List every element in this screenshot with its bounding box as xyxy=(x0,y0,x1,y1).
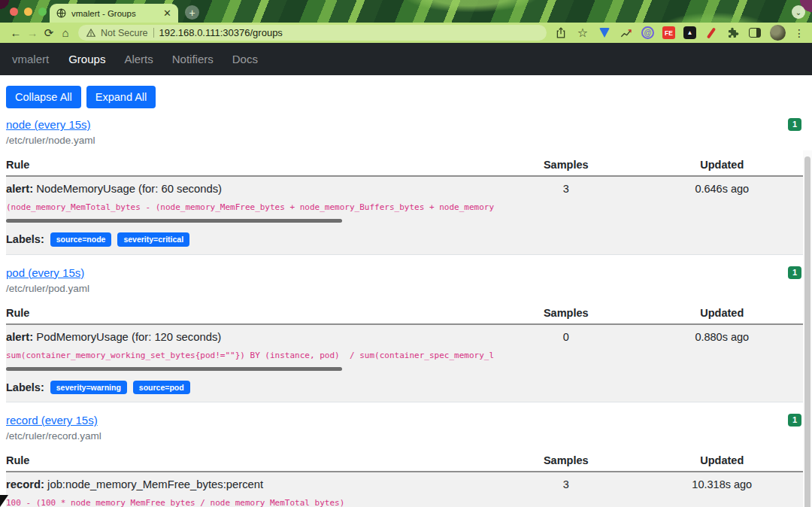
group-rule-count-badge: 1 xyxy=(788,414,801,427)
column-header-rule: Rule xyxy=(6,156,494,176)
address-bar[interactable]: Not Secure 192.168.0.111:30376/groups xyxy=(78,25,547,41)
tab-search-chevron-icon[interactable]: ⌄ xyxy=(792,5,805,19)
reload-icon[interactable]: ⟳ xyxy=(41,26,57,40)
updated-value: 0.646s ago xyxy=(638,176,806,254)
nav-item-alerts[interactable]: Alerts xyxy=(118,53,159,65)
collapse-expand-toolbar: Collapse All Expand All xyxy=(6,86,806,108)
not-secure-label[interactable]: Not Secure xyxy=(101,28,148,38)
page-content: Collapse All Expand All node (every 15s)… xyxy=(0,75,812,507)
rules-table: Rule Samples Updated alert: NodeMemoryUs… xyxy=(6,156,806,255)
browser-tab[interactable]: vmalert - Groups ✕ xyxy=(50,4,178,23)
browser-action-icons: ☆ @ FE ▲ ⋮ xyxy=(554,25,804,41)
forward-icon[interactable]: → xyxy=(24,26,41,39)
ext-triangle-icon[interactable]: ▲ xyxy=(683,26,696,39)
window-close-button[interactable] xyxy=(10,8,18,16)
labels-row: Labels: source=node severity=critical xyxy=(6,232,494,247)
rule-group-record: record (every 15s) /etc/ruler/record.yam… xyxy=(6,414,806,507)
globe-icon xyxy=(56,8,66,18)
column-header-samples: Samples xyxy=(494,451,638,472)
page-scrollbar-thumb[interactable] xyxy=(804,156,810,507)
rules-table: Rule Samples Updated record: job:node_me… xyxy=(6,451,806,507)
nav-item-notifiers[interactable]: Notifiers xyxy=(166,53,220,65)
labels-caption: Labels: xyxy=(6,381,44,393)
code-horizontal-scrollbar[interactable] xyxy=(6,219,342,223)
rule-title: record: job:node_memory_MemFree_bytes:pe… xyxy=(6,478,494,490)
labels-caption: Labels: xyxy=(6,233,44,245)
app-navbar: vmalert Groups Alerts Notifiers Docs xyxy=(0,43,812,75)
nav-item-docs[interactable]: Docs xyxy=(226,53,264,65)
nav-item-groups[interactable]: Groups xyxy=(62,53,111,65)
samples-value: 3 xyxy=(494,176,638,254)
updated-value: 0.880s ago xyxy=(638,324,806,402)
bookmark-star-icon[interactable]: ☆ xyxy=(576,26,589,40)
table-row[interactable]: alert: PodMemoryUsage (for: 120 seconds)… xyxy=(6,324,806,402)
column-header-updated: Updated xyxy=(638,304,806,324)
column-header-updated: Updated xyxy=(638,156,806,176)
extensions-puzzle-icon[interactable] xyxy=(726,26,740,40)
page-scrollbar[interactable] xyxy=(803,150,812,507)
column-header-rule: Rule xyxy=(6,304,494,324)
expand-all-button[interactable]: Expand All xyxy=(86,86,156,108)
address-divider xyxy=(153,28,154,38)
table-row[interactable]: alert: NodeMemoryUsage (for: 60 seconds)… xyxy=(6,176,806,254)
home-icon[interactable]: ⌂ xyxy=(57,26,74,39)
rule-title: alert: NodeMemoryUsage (for: 60 seconds) xyxy=(6,183,494,195)
ext-v-icon[interactable] xyxy=(598,26,611,40)
group-link-pod[interactable]: pod (every 15s) xyxy=(6,266,84,279)
rule-title: alert: PodMemoryUsage (for: 120 seconds) xyxy=(6,331,494,343)
table-row[interactable]: record: job:node_memory_MemFree_bytes:pe… xyxy=(6,472,806,507)
rule-expression: sum(container_memory_working_set_bytes{p… xyxy=(6,351,494,360)
mouse-cursor xyxy=(0,495,8,507)
group-link-node[interactable]: node (every 15s) xyxy=(6,118,91,131)
column-header-updated: Updated xyxy=(638,451,806,472)
browser-toolbar: ← → ⟳ ⌂ Not Secure 192.168.0.111:30376/g… xyxy=(0,23,812,43)
group-file-path: /etc/ruler/record.yaml xyxy=(6,430,102,442)
ext-fe-icon[interactable]: FE xyxy=(662,26,675,39)
samples-value: 0 xyxy=(494,324,638,402)
profile-avatar[interactable] xyxy=(770,25,786,41)
group-rule-count-badge: 1 xyxy=(788,266,801,279)
column-header-samples: Samples xyxy=(494,304,638,324)
rule-expression: (node_memory_MemTotal_bytes - (node_memo… xyxy=(6,202,494,212)
code-horizontal-scrollbar[interactable] xyxy=(6,367,342,371)
group-link-record[interactable]: record (every 15s) xyxy=(6,414,98,427)
navbar-brand[interactable]: vmalert xyxy=(12,53,49,65)
label-badge: severity=critical xyxy=(117,232,189,247)
ext-at-icon[interactable]: @ xyxy=(641,26,654,39)
browser-tab-strip: vmalert - Groups ✕ + ⌄ xyxy=(0,0,812,23)
side-panel-icon[interactable] xyxy=(748,26,762,40)
window-minimize-button[interactable] xyxy=(24,8,32,16)
ext-pen-icon[interactable] xyxy=(704,26,718,40)
url-text[interactable]: 192.168.0.111:30376/groups xyxy=(159,27,283,38)
tab-close-icon[interactable]: ✕ xyxy=(163,8,171,18)
rules-table: Rule Samples Updated alert: PodMemoryUsa… xyxy=(6,304,806,403)
browser-menu-icon[interactable]: ⋮ xyxy=(794,27,804,39)
back-icon[interactable]: ← xyxy=(8,26,24,39)
group-file-path: /etc/ruler/node.yaml xyxy=(6,135,95,146)
window-controls xyxy=(10,8,47,16)
not-secure-warning-icon xyxy=(86,29,95,37)
new-tab-button[interactable]: + xyxy=(185,5,199,20)
tab-title: vmalert - Groups xyxy=(71,9,158,18)
group-file-path: /etc/ruler/pod.yaml xyxy=(6,283,89,294)
rule-group-pod: pod (every 15s) /etc/ruler/pod.yaml 1 Ru… xyxy=(6,266,806,403)
label-badge: severity=warning xyxy=(50,381,127,395)
column-header-samples: Samples xyxy=(494,156,638,176)
collapse-all-button[interactable]: Collapse All xyxy=(6,86,81,108)
labels-row: Labels: severity=warning source=pod xyxy=(6,381,494,395)
rule-expression: 100 - (100 * node_memory_MemFree_bytes /… xyxy=(6,498,494,507)
window-zoom-button[interactable] xyxy=(38,8,47,16)
label-badge: source=pod xyxy=(133,381,190,395)
share-icon[interactable] xyxy=(554,26,568,40)
column-header-rule: Rule xyxy=(6,451,494,472)
samples-value: 3 xyxy=(494,472,638,507)
group-rule-count-badge: 1 xyxy=(788,118,801,131)
updated-value: 10.318s ago xyxy=(638,472,806,507)
rule-group-node: node (every 15s) /etc/ruler/node.yaml 1 … xyxy=(6,118,806,255)
label-badge: source=node xyxy=(50,232,112,247)
ext-chart-icon[interactable] xyxy=(620,26,633,40)
